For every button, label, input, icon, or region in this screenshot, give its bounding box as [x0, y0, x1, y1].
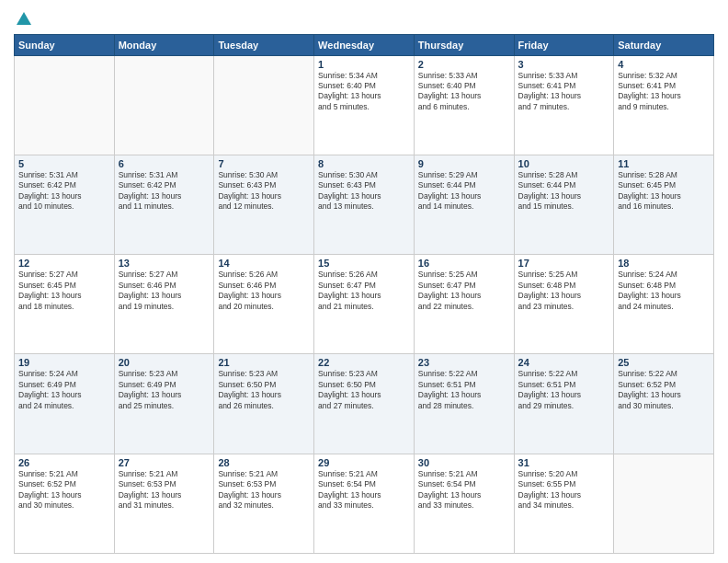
calendar-cell: 24Sunrise: 5:22 AMSunset: 6:51 PMDayligh… — [514, 354, 614, 454]
calendar-table: SundayMondayTuesdayWednesdayThursdayFrid… — [14, 34, 714, 554]
calendar-cell: 1Sunrise: 5:34 AMSunset: 6:40 PMDaylight… — [314, 55, 415, 155]
calendar-cell: 29Sunrise: 5:21 AMSunset: 6:54 PMDayligh… — [314, 454, 415, 553]
logo-text — [14, 9, 33, 29]
calendar-header-row: SundayMondayTuesdayWednesdayThursdayFrid… — [15, 34, 714, 55]
day-number: 31 — [518, 457, 610, 468]
logo-icon — [15, 10, 33, 29]
calendar-cell: 2Sunrise: 5:33 AMSunset: 6:40 PMDaylight… — [414, 55, 514, 155]
calendar-cell — [614, 454, 714, 553]
day-number: 6 — [119, 158, 210, 169]
day-info: Sunrise: 5:24 AMSunset: 6:49 PMDaylight:… — [18, 369, 110, 411]
day-info: Sunrise: 5:22 AMSunset: 6:52 PMDaylight:… — [618, 369, 710, 411]
day-number: 25 — [618, 357, 710, 368]
day-number: 5 — [18, 158, 110, 169]
svg-marker-0 — [17, 12, 31, 25]
day-info: Sunrise: 5:32 AMSunset: 6:41 PMDaylight:… — [618, 71, 710, 113]
day-number: 14 — [218, 258, 310, 269]
day-header-saturday: Saturday — [614, 34, 714, 55]
day-info: Sunrise: 5:23 AMSunset: 6:50 PMDaylight:… — [318, 369, 410, 411]
day-number: 18 — [618, 258, 710, 269]
calendar-cell: 18Sunrise: 5:24 AMSunset: 6:48 PMDayligh… — [614, 255, 714, 354]
day-info: Sunrise: 5:29 AMSunset: 6:44 PMDaylight:… — [418, 170, 510, 213]
header — [14, 9, 714, 29]
day-info: Sunrise: 5:23 AMSunset: 6:50 PMDaylight:… — [218, 369, 310, 411]
calendar-cell: 5Sunrise: 5:31 AMSunset: 6:42 PMDaylight… — [15, 155, 115, 254]
day-info: Sunrise: 5:21 AMSunset: 6:54 PMDaylight:… — [418, 469, 510, 511]
day-number: 10 — [518, 158, 610, 169]
calendar-cell: 21Sunrise: 5:23 AMSunset: 6:50 PMDayligh… — [214, 354, 314, 454]
calendar-cell: 20Sunrise: 5:23 AMSunset: 6:49 PMDayligh… — [114, 354, 214, 454]
calendar-cell: 16Sunrise: 5:25 AMSunset: 6:47 PMDayligh… — [414, 255, 514, 354]
day-number: 11 — [618, 158, 710, 169]
calendar-cell: 25Sunrise: 5:22 AMSunset: 6:52 PMDayligh… — [614, 354, 714, 454]
day-number: 17 — [518, 258, 610, 269]
day-header-sunday: Sunday — [15, 34, 115, 55]
day-info: Sunrise: 5:25 AMSunset: 6:47 PMDaylight:… — [418, 270, 510, 312]
calendar-cell — [214, 55, 314, 155]
day-info: Sunrise: 5:21 AMSunset: 6:54 PMDaylight:… — [318, 469, 410, 511]
calendar-cell: 17Sunrise: 5:25 AMSunset: 6:48 PMDayligh… — [514, 255, 614, 354]
day-number: 1 — [318, 59, 410, 70]
day-header-tuesday: Tuesday — [214, 34, 314, 55]
calendar-cell: 7Sunrise: 5:30 AMSunset: 6:43 PMDaylight… — [214, 155, 314, 254]
page: SundayMondayTuesdayWednesdayThursdayFrid… — [0, 0, 728, 563]
day-info: Sunrise: 5:27 AMSunset: 6:45 PMDaylight:… — [18, 270, 110, 312]
logo — [14, 9, 33, 29]
calendar-cell: 12Sunrise: 5:27 AMSunset: 6:45 PMDayligh… — [15, 255, 115, 354]
calendar-cell — [15, 55, 115, 155]
day-number: 3 — [518, 59, 610, 70]
day-number: 20 — [119, 357, 210, 368]
day-info: Sunrise: 5:24 AMSunset: 6:48 PMDaylight:… — [618, 270, 710, 312]
day-header-thursday: Thursday — [414, 34, 514, 55]
day-info: Sunrise: 5:34 AMSunset: 6:40 PMDaylight:… — [318, 71, 410, 113]
calendar-cell: 8Sunrise: 5:30 AMSunset: 6:43 PMDaylight… — [314, 155, 415, 254]
day-info: Sunrise: 5:22 AMSunset: 6:51 PMDaylight:… — [518, 369, 610, 411]
calendar-cell: 11Sunrise: 5:28 AMSunset: 6:45 PMDayligh… — [614, 155, 714, 254]
calendar-cell: 22Sunrise: 5:23 AMSunset: 6:50 PMDayligh… — [314, 354, 415, 454]
calendar-cell: 4Sunrise: 5:32 AMSunset: 6:41 PMDaylight… — [614, 55, 714, 155]
day-info: Sunrise: 5:28 AMSunset: 6:44 PMDaylight:… — [518, 170, 610, 213]
day-number: 29 — [318, 457, 410, 468]
calendar-week-5: 26Sunrise: 5:21 AMSunset: 6:52 PMDayligh… — [15, 454, 714, 553]
calendar-cell: 13Sunrise: 5:27 AMSunset: 6:46 PMDayligh… — [114, 255, 214, 354]
calendar-week-2: 5Sunrise: 5:31 AMSunset: 6:42 PMDaylight… — [15, 155, 714, 254]
day-info: Sunrise: 5:22 AMSunset: 6:51 PMDaylight:… — [418, 369, 510, 411]
day-number: 2 — [418, 59, 510, 70]
day-info: Sunrise: 5:20 AMSunset: 6:55 PMDaylight:… — [518, 469, 610, 511]
day-number: 12 — [18, 258, 110, 269]
day-info: Sunrise: 5:21 AMSunset: 6:52 PMDaylight:… — [18, 469, 110, 511]
calendar-week-4: 19Sunrise: 5:24 AMSunset: 6:49 PMDayligh… — [15, 354, 714, 454]
calendar-cell: 31Sunrise: 5:20 AMSunset: 6:55 PMDayligh… — [514, 454, 614, 553]
calendar-cell: 14Sunrise: 5:26 AMSunset: 6:46 PMDayligh… — [214, 255, 314, 354]
calendar-week-3: 12Sunrise: 5:27 AMSunset: 6:45 PMDayligh… — [15, 255, 714, 354]
calendar-cell — [114, 55, 214, 155]
day-info: Sunrise: 5:21 AMSunset: 6:53 PMDaylight:… — [119, 469, 210, 511]
day-info: Sunrise: 5:33 AMSunset: 6:41 PMDaylight:… — [518, 71, 610, 113]
day-number: 30 — [418, 457, 510, 468]
day-number: 15 — [318, 258, 410, 269]
calendar-cell: 9Sunrise: 5:29 AMSunset: 6:44 PMDaylight… — [414, 155, 514, 254]
day-info: Sunrise: 5:25 AMSunset: 6:48 PMDaylight:… — [518, 270, 610, 312]
calendar-cell: 10Sunrise: 5:28 AMSunset: 6:44 PMDayligh… — [514, 155, 614, 254]
calendar-week-1: 1Sunrise: 5:34 AMSunset: 6:40 PMDaylight… — [15, 55, 714, 155]
day-number: 22 — [318, 357, 410, 368]
calendar-cell: 6Sunrise: 5:31 AMSunset: 6:42 PMDaylight… — [114, 155, 214, 254]
day-info: Sunrise: 5:31 AMSunset: 6:42 PMDaylight:… — [18, 170, 110, 213]
day-info: Sunrise: 5:33 AMSunset: 6:40 PMDaylight:… — [418, 71, 510, 113]
day-number: 21 — [218, 357, 310, 368]
day-number: 28 — [218, 457, 310, 468]
day-info: Sunrise: 5:30 AMSunset: 6:43 PMDaylight:… — [318, 170, 410, 213]
calendar-cell: 19Sunrise: 5:24 AMSunset: 6:49 PMDayligh… — [15, 354, 115, 454]
day-number: 24 — [518, 357, 610, 368]
day-info: Sunrise: 5:31 AMSunset: 6:42 PMDaylight:… — [119, 170, 210, 213]
calendar-cell: 28Sunrise: 5:21 AMSunset: 6:53 PMDayligh… — [214, 454, 314, 553]
day-number: 9 — [418, 158, 510, 169]
day-number: 8 — [318, 158, 410, 169]
day-number: 26 — [18, 457, 110, 468]
day-info: Sunrise: 5:23 AMSunset: 6:49 PMDaylight:… — [119, 369, 210, 411]
day-number: 7 — [218, 158, 310, 169]
day-number: 19 — [18, 357, 110, 368]
calendar-cell: 23Sunrise: 5:22 AMSunset: 6:51 PMDayligh… — [414, 354, 514, 454]
day-info: Sunrise: 5:26 AMSunset: 6:47 PMDaylight:… — [318, 270, 410, 312]
day-number: 23 — [418, 357, 510, 368]
